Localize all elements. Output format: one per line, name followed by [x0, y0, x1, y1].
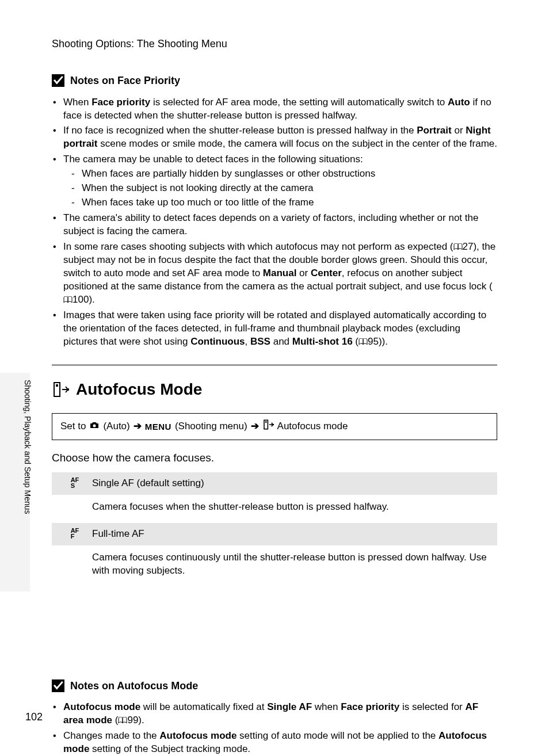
bullet-item: If no face is recognized when the shutte…	[52, 124, 497, 151]
bullet-list: Autofocus mode will be automatically fix…	[52, 701, 497, 756]
bullet-item: In some rare cases shooting subjects wit…	[52, 240, 497, 307]
option-description: Camera focuses continuously until the sh…	[92, 551, 491, 578]
option-row-body: Camera focuses continuously until the sh…	[52, 545, 497, 587]
arrow-icon: ➔	[251, 420, 259, 433]
note-title: Notes on Autofocus Mode	[70, 679, 198, 693]
dash-item: When faces are partially hidden by sungl…	[71, 167, 497, 181]
note-face-priority: Notes on Face Priority When Face priorit…	[52, 74, 497, 348]
section-intro: Choose how the camera focuses.	[52, 450, 497, 465]
dash-list: When faces are partially hidden by sungl…	[71, 167, 497, 209]
bullet-item: Images that were taken using face priori…	[52, 309, 497, 349]
bullet-item: When Face priority is selected for AF ar…	[52, 96, 497, 123]
note-title: Notes on Face Priority	[70, 74, 180, 87]
single-af-icon: AFS	[58, 478, 92, 489]
option-description: Camera focuses when the shutter-release …	[92, 501, 491, 514]
page-header: Shooting Options: The Shooting Menu	[52, 37, 497, 51]
option-title: Full-time AF	[92, 528, 491, 541]
note-heading: Notes on Autofocus Mode	[52, 679, 497, 693]
path-text: (Auto)	[103, 420, 129, 433]
manual-page: Shooting, Playback and Setup Menus 102 S…	[0, 0, 549, 756]
option-row-header: AFS Single AF (default setting)	[52, 472, 497, 495]
bullet-item: The camera's ability to detect faces dep…	[52, 212, 497, 238]
camera-icon	[89, 420, 100, 433]
bullet-list: When Face priority is selected for AF ar…	[52, 96, 497, 349]
check-icon	[52, 74, 64, 87]
option-title: Single AF (default setting)	[92, 477, 491, 490]
option-row-header: AFF Full-time AF	[52, 523, 497, 545]
path-text: Set to	[60, 420, 86, 433]
menu-label: MENU	[145, 421, 171, 433]
section-heading: Autofocus Mode	[52, 379, 497, 400]
navigation-path: Set to (Auto) ➔ MENU (Shooting menu) ➔ A…	[52, 413, 497, 440]
autofocus-mode-icon	[52, 381, 69, 398]
bullet-item: Changes made to the Autofocus mode setti…	[52, 730, 497, 756]
svg-rect-1	[56, 384, 58, 387]
autofocus-mode-icon	[262, 419, 274, 434]
side-tab-label: Shooting, Playback and Setup Menus	[22, 380, 33, 514]
arrow-icon: ➔	[134, 420, 142, 433]
bullet-item: Autofocus mode will be automatically fix…	[52, 701, 497, 727]
page-number: 102	[25, 710, 43, 724]
path-text: (Shooting menu)	[175, 420, 247, 433]
option-row-body: Camera focuses when the shutter-release …	[52, 495, 497, 523]
book-icon	[359, 336, 368, 343]
note-heading: Notes on Face Priority	[52, 74, 497, 87]
dash-item: When the subject is not looking directly…	[71, 182, 497, 195]
fulltime-af-icon: AFF	[58, 528, 92, 540]
book-icon	[118, 715, 127, 721]
book-icon	[63, 294, 73, 301]
svg-point-3	[93, 425, 96, 427]
dash-item: When faces take up too much or too littl…	[71, 196, 497, 209]
section-divider	[52, 364, 497, 366]
path-text: Autofocus mode	[277, 420, 348, 433]
section-title: Autofocus Mode	[76, 379, 202, 400]
check-icon	[52, 679, 64, 692]
options-table: AFS Single AF (default setting) Camera f…	[52, 472, 497, 587]
book-icon	[453, 241, 463, 248]
note-autofocus-mode: Notes on Autofocus Mode Autofocus mode w…	[52, 679, 497, 756]
svg-rect-5	[265, 421, 266, 423]
bullet-item: The camera may be unable to detect faces…	[52, 153, 497, 209]
